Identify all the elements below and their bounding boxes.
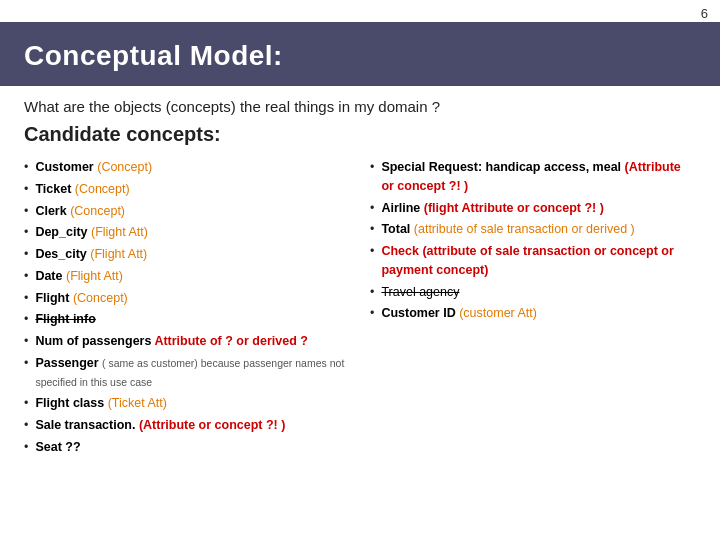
content-area: Customer (Concept)Ticket (Concept)Clerk … — [0, 154, 720, 460]
header-bar: Conceptual Model: — [0, 22, 720, 86]
list-item: Check (attribute of sale transaction or … — [370, 242, 696, 280]
list-item: Customer ID (customer Att) — [370, 304, 696, 323]
list-item: Clerk (Concept) — [24, 202, 350, 221]
list-item: Num of passengers Attribute of ? or deri… — [24, 332, 350, 351]
list-item: Total (attribute of sale transaction or … — [370, 220, 696, 239]
list-item: Flight info — [24, 310, 350, 329]
subtitle: What are the objects (concepts) the real… — [0, 86, 720, 119]
left-column: Customer (Concept)Ticket (Concept)Clerk … — [24, 158, 350, 460]
list-item: Ticket (Concept) — [24, 180, 350, 199]
list-item: Seat ?? — [24, 438, 350, 457]
list-item: Passenger ( same as customer) because pa… — [24, 354, 350, 392]
list-item: Dep_city (Flight Att) — [24, 223, 350, 242]
list-item: Customer (Concept) — [24, 158, 350, 177]
right-column: Special Request: handicap access, meal (… — [370, 158, 696, 460]
list-item: Date (Flight Att) — [24, 267, 350, 286]
page-number: 6 — [701, 6, 708, 21]
list-item: Flight (Concept) — [24, 289, 350, 308]
list-item: Special Request: handicap access, meal (… — [370, 158, 696, 196]
list-item: Des_city (Flight Att) — [24, 245, 350, 264]
section-title: Candidate concepts: — [0, 119, 720, 154]
list-item: Sale transaction. (Attribute or concept … — [24, 416, 350, 435]
list-item: Airline (flight Attribute or concept ?! … — [370, 199, 696, 218]
list-item: Flight class (Ticket Att) — [24, 394, 350, 413]
page-title: Conceptual Model: — [24, 40, 696, 72]
list-item: Travel agency — [370, 283, 696, 302]
